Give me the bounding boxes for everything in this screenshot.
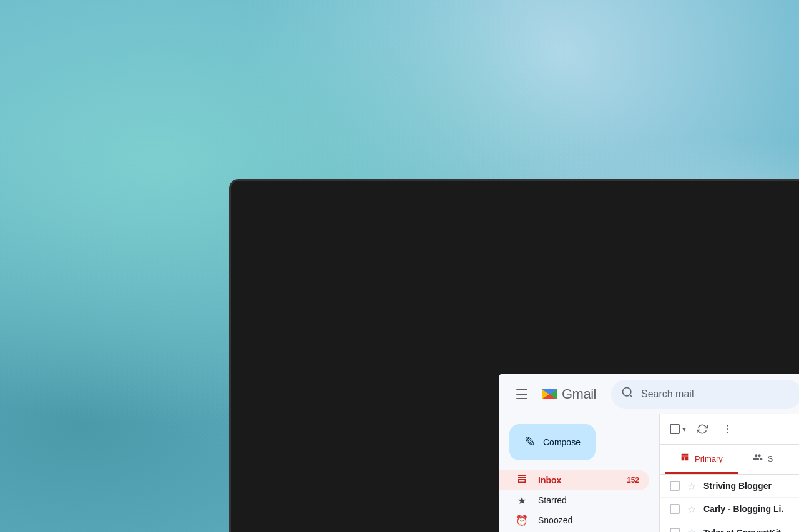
select-all-checkbox[interactable] xyxy=(670,424,680,434)
laptop-bezel: Gmail Search mail ✎ Compose xyxy=(231,181,799,532)
gmail-header: Gmail Search mail xyxy=(499,374,799,414)
star-icon-1[interactable]: ☆ xyxy=(687,503,696,515)
svg-point-6 xyxy=(727,428,728,430)
hamburger-line-2 xyxy=(516,394,527,395)
main-area: ✎ Compose Inbox 152 ★ Starred xyxy=(499,414,799,532)
refresh-button[interactable] xyxy=(692,419,712,439)
sidebar-item-snoozed[interactable]: ⏰ Snoozed xyxy=(499,510,649,530)
email-checkbox-0[interactable] xyxy=(670,481,680,491)
tab-primary[interactable]: Primary xyxy=(665,445,738,474)
compose-plus-icon: ✎ xyxy=(524,434,536,450)
search-placeholder-text: Search mail xyxy=(641,389,694,400)
email-list-panel: ▼ xyxy=(659,414,799,532)
compose-button[interactable]: ✎ Compose xyxy=(509,424,596,460)
svg-point-5 xyxy=(727,425,728,427)
social-tab-label: S xyxy=(768,454,773,463)
social-tab-icon xyxy=(753,452,763,465)
starred-label: Starred xyxy=(538,495,639,505)
email-toolbar: ▼ xyxy=(660,414,799,445)
select-all-wrapper[interactable]: ▼ xyxy=(670,424,687,434)
gmail-m-icon xyxy=(539,384,559,404)
compose-label: Compose xyxy=(543,437,581,447)
gmail-logo[interactable]: Gmail xyxy=(539,384,596,404)
tab-social[interactable]: S xyxy=(738,445,788,474)
svg-point-7 xyxy=(727,432,728,433)
email-checkbox-1[interactable] xyxy=(670,504,680,514)
star-icon-2[interactable]: ☆ xyxy=(687,526,696,532)
hamburger-line-3 xyxy=(516,398,527,399)
search-bar[interactable]: Search mail xyxy=(611,380,799,409)
hamburger-line-1 xyxy=(516,389,527,390)
sidebar: ✎ Compose Inbox 152 ★ Starred xyxy=(499,414,659,532)
inbox-badge: 152 xyxy=(627,476,639,485)
sidebar-item-starred[interactable]: ★ Starred xyxy=(499,490,649,510)
email-checkbox-2[interactable] xyxy=(670,528,680,532)
email-sender-0: Striving Blogger xyxy=(703,481,799,491)
primary-tab-icon xyxy=(680,452,690,465)
email-sender-1: Carly - Blogging Li. xyxy=(703,504,799,514)
email-row-0[interactable]: ☆ Striving Blogger New B xyxy=(660,475,799,498)
inbox-icon xyxy=(516,473,528,487)
sidebar-item-inbox[interactable]: Inbox 152 xyxy=(499,470,649,490)
email-tabs: Primary S xyxy=(660,445,799,475)
more-options-button[interactable] xyxy=(717,419,737,439)
star-nav-icon: ★ xyxy=(516,495,528,506)
star-icon-0[interactable]: ☆ xyxy=(687,480,696,492)
search-icon xyxy=(621,386,634,402)
select-dropdown-icon[interactable]: ▼ xyxy=(681,426,687,433)
gmail-wordmark: Gmail xyxy=(562,386,596,402)
snoozed-label: Snoozed xyxy=(538,515,639,525)
email-row-1[interactable]: ☆ Carly - Blogging Li. I don't xyxy=(660,498,799,521)
email-row-2[interactable]: ☆ Tyler at ConvertKit Bypas xyxy=(660,521,799,532)
snoozed-icon: ⏰ xyxy=(516,515,528,526)
svg-point-4 xyxy=(622,388,630,396)
menu-button[interactable] xyxy=(509,382,534,407)
inbox-label: Inbox xyxy=(538,475,617,485)
gmail-screen: Gmail Search mail ✎ Compose xyxy=(499,374,799,532)
primary-tab-label: Primary xyxy=(695,454,723,463)
email-sender-2: Tyler at ConvertKit xyxy=(703,528,799,532)
